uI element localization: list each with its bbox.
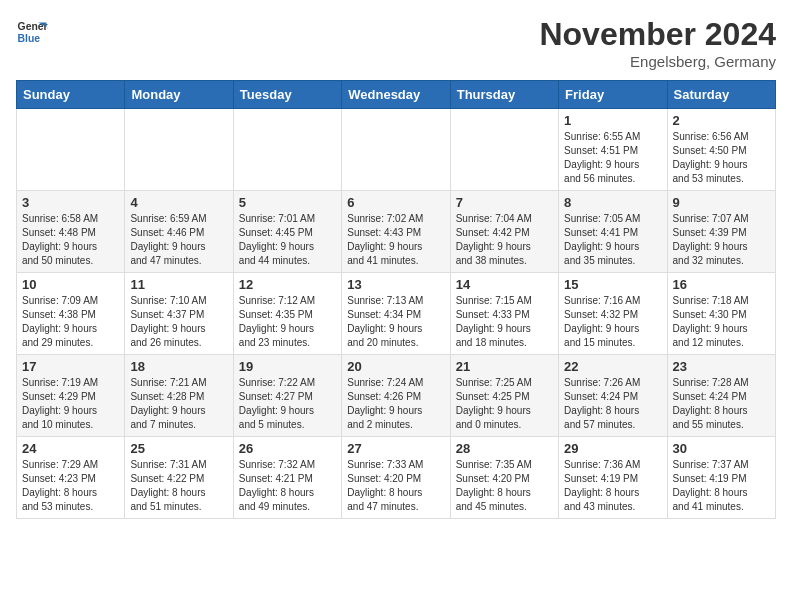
day-cell [233, 109, 341, 191]
day-cell [342, 109, 450, 191]
day-number: 12 [239, 277, 336, 292]
day-info: Sunrise: 6:58 AM Sunset: 4:48 PM Dayligh… [22, 212, 119, 268]
day-number: 26 [239, 441, 336, 456]
day-cell: 17Sunrise: 7:19 AM Sunset: 4:29 PM Dayli… [17, 355, 125, 437]
day-info: Sunrise: 7:29 AM Sunset: 4:23 PM Dayligh… [22, 458, 119, 514]
header-cell-tuesday: Tuesday [233, 81, 341, 109]
day-cell [17, 109, 125, 191]
day-info: Sunrise: 7:37 AM Sunset: 4:19 PM Dayligh… [673, 458, 770, 514]
day-info: Sunrise: 7:05 AM Sunset: 4:41 PM Dayligh… [564, 212, 661, 268]
day-cell: 18Sunrise: 7:21 AM Sunset: 4:28 PM Dayli… [125, 355, 233, 437]
day-number: 8 [564, 195, 661, 210]
day-info: Sunrise: 7:32 AM Sunset: 4:21 PM Dayligh… [239, 458, 336, 514]
week-row-1: 1Sunrise: 6:55 AM Sunset: 4:51 PM Daylig… [17, 109, 776, 191]
day-number: 10 [22, 277, 119, 292]
day-number: 16 [673, 277, 770, 292]
day-info: Sunrise: 7:07 AM Sunset: 4:39 PM Dayligh… [673, 212, 770, 268]
day-number: 5 [239, 195, 336, 210]
day-cell: 12Sunrise: 7:12 AM Sunset: 4:35 PM Dayli… [233, 273, 341, 355]
day-info: Sunrise: 6:59 AM Sunset: 4:46 PM Dayligh… [130, 212, 227, 268]
day-cell: 6Sunrise: 7:02 AM Sunset: 4:43 PM Daylig… [342, 191, 450, 273]
logo: General Blue [16, 16, 48, 48]
page-header: General Blue November 2024 Engelsberg, G… [16, 16, 776, 70]
day-number: 25 [130, 441, 227, 456]
day-number: 15 [564, 277, 661, 292]
header-cell-thursday: Thursday [450, 81, 558, 109]
day-number: 14 [456, 277, 553, 292]
day-cell: 7Sunrise: 7:04 AM Sunset: 4:42 PM Daylig… [450, 191, 558, 273]
day-cell [450, 109, 558, 191]
day-cell: 10Sunrise: 7:09 AM Sunset: 4:38 PM Dayli… [17, 273, 125, 355]
day-cell: 5Sunrise: 7:01 AM Sunset: 4:45 PM Daylig… [233, 191, 341, 273]
day-info: Sunrise: 7:16 AM Sunset: 4:32 PM Dayligh… [564, 294, 661, 350]
day-number: 4 [130, 195, 227, 210]
day-info: Sunrise: 6:56 AM Sunset: 4:50 PM Dayligh… [673, 130, 770, 186]
calendar-table: SundayMondayTuesdayWednesdayThursdayFrid… [16, 80, 776, 519]
day-number: 20 [347, 359, 444, 374]
day-info: Sunrise: 7:24 AM Sunset: 4:26 PM Dayligh… [347, 376, 444, 432]
day-cell: 27Sunrise: 7:33 AM Sunset: 4:20 PM Dayli… [342, 437, 450, 519]
header-cell-friday: Friday [559, 81, 667, 109]
day-number: 22 [564, 359, 661, 374]
day-cell: 15Sunrise: 7:16 AM Sunset: 4:32 PM Dayli… [559, 273, 667, 355]
day-cell: 3Sunrise: 6:58 AM Sunset: 4:48 PM Daylig… [17, 191, 125, 273]
header-cell-sunday: Sunday [17, 81, 125, 109]
day-number: 30 [673, 441, 770, 456]
day-number: 19 [239, 359, 336, 374]
day-cell: 20Sunrise: 7:24 AM Sunset: 4:26 PM Dayli… [342, 355, 450, 437]
day-number: 9 [673, 195, 770, 210]
day-cell: 26Sunrise: 7:32 AM Sunset: 4:21 PM Dayli… [233, 437, 341, 519]
day-info: Sunrise: 7:35 AM Sunset: 4:20 PM Dayligh… [456, 458, 553, 514]
day-cell: 9Sunrise: 7:07 AM Sunset: 4:39 PM Daylig… [667, 191, 775, 273]
week-row-2: 3Sunrise: 6:58 AM Sunset: 4:48 PM Daylig… [17, 191, 776, 273]
day-info: Sunrise: 7:10 AM Sunset: 4:37 PM Dayligh… [130, 294, 227, 350]
day-info: Sunrise: 7:15 AM Sunset: 4:33 PM Dayligh… [456, 294, 553, 350]
day-number: 21 [456, 359, 553, 374]
location: Engelsberg, Germany [539, 53, 776, 70]
day-number: 13 [347, 277, 444, 292]
day-number: 28 [456, 441, 553, 456]
day-info: Sunrise: 7:21 AM Sunset: 4:28 PM Dayligh… [130, 376, 227, 432]
day-number: 23 [673, 359, 770, 374]
day-info: Sunrise: 7:04 AM Sunset: 4:42 PM Dayligh… [456, 212, 553, 268]
day-info: Sunrise: 6:55 AM Sunset: 4:51 PM Dayligh… [564, 130, 661, 186]
day-cell: 4Sunrise: 6:59 AM Sunset: 4:46 PM Daylig… [125, 191, 233, 273]
day-info: Sunrise: 7:22 AM Sunset: 4:27 PM Dayligh… [239, 376, 336, 432]
day-number: 18 [130, 359, 227, 374]
day-number: 7 [456, 195, 553, 210]
day-number: 29 [564, 441, 661, 456]
week-row-3: 10Sunrise: 7:09 AM Sunset: 4:38 PM Dayli… [17, 273, 776, 355]
day-cell: 21Sunrise: 7:25 AM Sunset: 4:25 PM Dayli… [450, 355, 558, 437]
logo-icon: General Blue [16, 16, 48, 48]
day-cell: 8Sunrise: 7:05 AM Sunset: 4:41 PM Daylig… [559, 191, 667, 273]
day-info: Sunrise: 7:36 AM Sunset: 4:19 PM Dayligh… [564, 458, 661, 514]
day-info: Sunrise: 7:31 AM Sunset: 4:22 PM Dayligh… [130, 458, 227, 514]
day-number: 17 [22, 359, 119, 374]
day-info: Sunrise: 7:09 AM Sunset: 4:38 PM Dayligh… [22, 294, 119, 350]
day-number: 24 [22, 441, 119, 456]
week-row-5: 24Sunrise: 7:29 AM Sunset: 4:23 PM Dayli… [17, 437, 776, 519]
day-cell: 19Sunrise: 7:22 AM Sunset: 4:27 PM Dayli… [233, 355, 341, 437]
day-cell: 28Sunrise: 7:35 AM Sunset: 4:20 PM Dayli… [450, 437, 558, 519]
header-cell-monday: Monday [125, 81, 233, 109]
day-info: Sunrise: 7:26 AM Sunset: 4:24 PM Dayligh… [564, 376, 661, 432]
day-info: Sunrise: 7:19 AM Sunset: 4:29 PM Dayligh… [22, 376, 119, 432]
month-title: November 2024 [539, 16, 776, 53]
day-info: Sunrise: 7:01 AM Sunset: 4:45 PM Dayligh… [239, 212, 336, 268]
header-row: SundayMondayTuesdayWednesdayThursdayFrid… [17, 81, 776, 109]
day-cell: 16Sunrise: 7:18 AM Sunset: 4:30 PM Dayli… [667, 273, 775, 355]
day-number: 11 [130, 277, 227, 292]
title-block: November 2024 Engelsberg, Germany [539, 16, 776, 70]
day-number: 6 [347, 195, 444, 210]
day-cell: 30Sunrise: 7:37 AM Sunset: 4:19 PM Dayli… [667, 437, 775, 519]
day-info: Sunrise: 7:18 AM Sunset: 4:30 PM Dayligh… [673, 294, 770, 350]
day-cell: 24Sunrise: 7:29 AM Sunset: 4:23 PM Dayli… [17, 437, 125, 519]
day-cell: 25Sunrise: 7:31 AM Sunset: 4:22 PM Dayli… [125, 437, 233, 519]
day-cell [125, 109, 233, 191]
day-number: 27 [347, 441, 444, 456]
day-info: Sunrise: 7:33 AM Sunset: 4:20 PM Dayligh… [347, 458, 444, 514]
day-info: Sunrise: 7:25 AM Sunset: 4:25 PM Dayligh… [456, 376, 553, 432]
day-info: Sunrise: 7:02 AM Sunset: 4:43 PM Dayligh… [347, 212, 444, 268]
day-number: 2 [673, 113, 770, 128]
header-cell-wednesday: Wednesday [342, 81, 450, 109]
